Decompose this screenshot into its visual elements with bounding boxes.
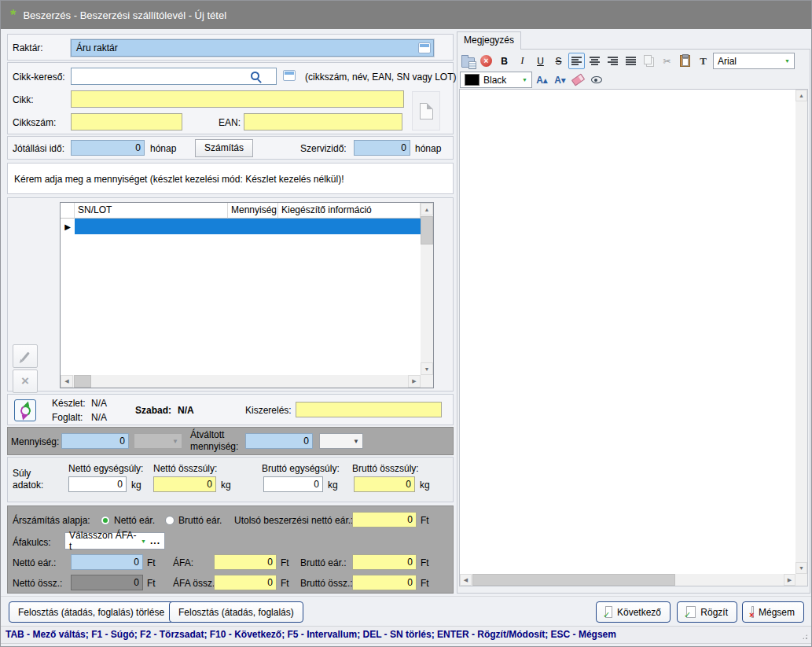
net-unit-weight-label: Nettó egységsúly: xyxy=(68,461,143,476)
title-bar: * Beszerzés - Beszerzési szállítólevél -… xyxy=(1,1,811,29)
red-delete-icon: × xyxy=(480,55,492,67)
grid-header-extrainfo[interactable]: Kiegészítő információ xyxy=(278,203,421,219)
note-editor[interactable]: ▲ ▼ ◀ ▶ xyxy=(459,89,808,586)
item-document-button[interactable] xyxy=(412,91,440,131)
grid-hscroll-track[interactable] xyxy=(61,375,421,388)
service-time-field[interactable]: 0 xyxy=(354,140,410,156)
currency-unit: Ft xyxy=(421,575,429,591)
grid-scroll-up[interactable]: ▲ xyxy=(421,203,433,215)
grid-header-quantity[interactable]: Mennyiség xyxy=(228,203,278,219)
radio-gross-price-label[interactable]: Bruttó eár. xyxy=(178,513,222,528)
refresh-stock-button[interactable] xyxy=(14,399,36,421)
editor-scroll-down[interactable]: ▼ xyxy=(795,562,807,574)
vat-select[interactable]: Válasszon ÁFA-t ▼ ... xyxy=(64,532,165,550)
vat-total-label: ÁFA össz.: xyxy=(173,575,218,591)
clear-allocation-button[interactable]: Felosztás (átadás, foglalás) törlése xyxy=(9,601,174,623)
vat-field[interactable]: 0 xyxy=(214,554,277,570)
item-number-input[interactable] xyxy=(71,113,182,131)
preview-button[interactable] xyxy=(588,72,604,88)
radio-net-price[interactable] xyxy=(101,516,110,525)
ean-input[interactable] xyxy=(244,113,402,131)
item-search-input[interactable] xyxy=(71,68,277,85)
next-button[interactable]: ✓ Következő xyxy=(596,601,671,623)
selected-row[interactable] xyxy=(75,219,421,234)
grid-vscroll-thumb[interactable] xyxy=(421,216,433,244)
quantity-band: Mennyiség: 0 ▼ Átváltott mennyiség: 0 ▼ xyxy=(7,427,454,455)
gross-price-field[interactable]: 0 xyxy=(352,554,417,570)
grid-scroll-left[interactable]: ◀ xyxy=(61,375,73,388)
paste-button[interactable] xyxy=(677,53,693,69)
calculate-button[interactable]: Számítás xyxy=(195,139,253,157)
net-price-field[interactable]: 0 xyxy=(71,554,143,570)
item-lookup-icon[interactable] xyxy=(283,70,296,81)
font-family-select[interactable]: Arial ▼ xyxy=(713,53,795,69)
underline-button[interactable]: U xyxy=(532,53,549,69)
warehouse-combobox[interactable]: Áru raktár xyxy=(71,39,434,57)
italic-button[interactable]: I xyxy=(514,53,531,69)
decrease-font-button[interactable]: A▾ xyxy=(552,72,568,88)
editor-hscroll-thumb[interactable] xyxy=(472,574,675,586)
cut-button[interactable]: ✂ xyxy=(659,53,675,69)
editor-scroll-right[interactable]: ▶ xyxy=(784,574,795,586)
align-right-button[interactable] xyxy=(604,53,621,69)
justify-button[interactable] xyxy=(623,53,639,69)
radio-net-price-label[interactable]: Nettó eár. xyxy=(114,513,155,528)
editor-vscroll-track[interactable] xyxy=(795,90,807,574)
chevron-down-icon: ▼ xyxy=(172,438,178,445)
edit-row-button[interactable] xyxy=(13,344,38,368)
font-decrease-icon: A▾ xyxy=(554,75,566,86)
clear-note-button[interactable]: × xyxy=(478,53,494,69)
copy-button[interactable] xyxy=(641,53,657,69)
currency-unit: Ft xyxy=(281,555,289,571)
grid-scroll-down[interactable]: ▼ xyxy=(421,362,433,375)
increase-font-button[interactable]: A▴ xyxy=(534,72,550,88)
bold-button[interactable]: B xyxy=(496,53,513,69)
delete-row-button[interactable]: × xyxy=(13,369,38,393)
insert-file-button[interactable] xyxy=(460,53,476,69)
converted-quantity-field[interactable]: 0 xyxy=(245,433,313,449)
align-center-icon xyxy=(590,57,600,65)
radio-gross-price[interactable] xyxy=(165,516,175,525)
chevron-down-icon: ▼ xyxy=(522,77,527,83)
save-button[interactable]: ✓ Rögzít xyxy=(677,601,737,623)
net-total-weight-field[interactable]: 0 xyxy=(153,476,216,492)
search-icon xyxy=(251,72,259,80)
allocation-button[interactable]: Felosztás (átadás, foglalás) xyxy=(169,601,303,623)
align-left-button[interactable] xyxy=(568,53,585,69)
net-unit-weight-field[interactable]: 0 xyxy=(68,476,127,492)
converted-unit-select[interactable]: ▼ xyxy=(319,433,363,449)
stock-value: N/A xyxy=(91,395,107,411)
grid-scroll-right[interactable]: ▶ xyxy=(408,375,421,388)
resize-grip[interactable] xyxy=(801,633,809,641)
down-arrow-icon: ▼ xyxy=(424,366,430,372)
cancel-doc-icon: × xyxy=(751,606,754,618)
gross-unit-weight-field[interactable]: 0 xyxy=(263,476,323,492)
vat-label: ÁFA: xyxy=(173,555,193,571)
strikethrough-button[interactable]: S xyxy=(550,53,567,69)
align-center-button[interactable] xyxy=(586,53,603,69)
quantity-field[interactable]: 0 xyxy=(61,433,129,449)
font-dialog-button[interactable]: T xyxy=(695,53,711,69)
row-marker-cell: ▶ xyxy=(61,219,75,234)
gross-total-weight-field[interactable]: 0 xyxy=(354,476,415,492)
grid-header-snlot[interactable]: SN/LOT xyxy=(75,203,228,219)
up-arrow-icon: ▲ xyxy=(799,93,804,98)
converted-quantity-label: Átváltott mennyiség: xyxy=(190,429,242,453)
grid-hscroll-thumb[interactable] xyxy=(74,375,91,388)
vat-more-button[interactable]: ... xyxy=(150,535,160,546)
item-name-input[interactable] xyxy=(71,90,404,108)
color-swatch xyxy=(465,74,479,86)
eraser-button[interactable] xyxy=(570,72,586,88)
editor-scroll-up[interactable]: ▲ xyxy=(795,90,807,101)
vat-total-field[interactable]: 0 xyxy=(214,575,277,590)
chevron-down-icon: ▼ xyxy=(784,58,790,64)
warranty-field[interactable]: 0 xyxy=(71,140,145,156)
packaging-input[interactable] xyxy=(296,402,442,417)
font-color-select[interactable]: Black ▼ xyxy=(460,72,532,88)
gross-total-field[interactable]: 0 xyxy=(352,575,417,590)
last-net-price-field[interactable]: 0 xyxy=(352,512,417,528)
cancel-button[interactable]: × Mégsem xyxy=(742,601,804,623)
editor-scroll-left[interactable]: ◀ xyxy=(460,574,472,586)
tab-megjegyzes[interactable]: Megjegyzés xyxy=(457,31,521,50)
lookup-window-icon[interactable] xyxy=(418,42,431,53)
